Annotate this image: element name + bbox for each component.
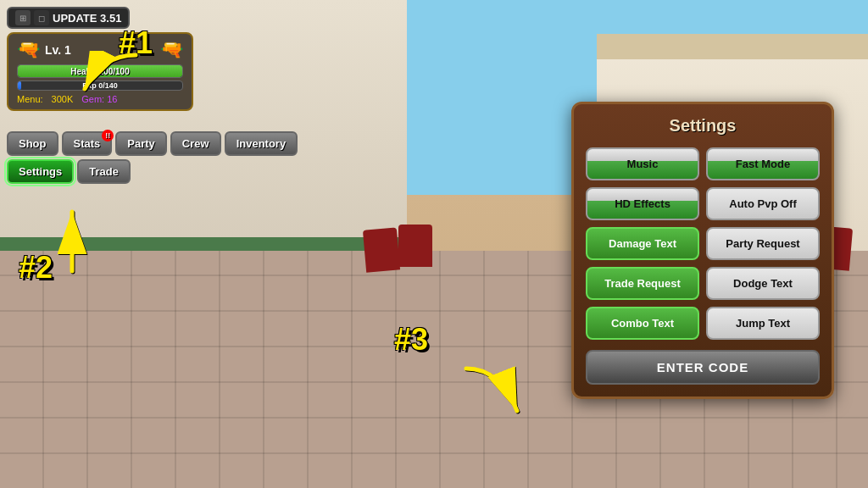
character-icon: 🔫 <box>160 39 183 61</box>
fast-mode-button[interactable]: Fast Mode <box>706 147 820 180</box>
icon-box-1: ⊞ <box>15 10 31 25</box>
stats-notif-badge: !! <box>102 130 114 141</box>
arrow-3 <box>458 364 526 424</box>
update-badge: ⊞ ◻ UPDATE 3.51 <box>7 7 130 29</box>
dodge-text-button[interactable]: Dodge Text <box>706 267 820 300</box>
trade-button[interactable]: Trade <box>77 159 131 184</box>
gun-icon: 🔫 <box>17 39 40 61</box>
exp-bar-fill <box>18 81 21 90</box>
arrow-2 <box>47 208 97 275</box>
nav-row-2: Settings Trade <box>7 159 298 184</box>
music-button[interactable]: Music <box>586 147 699 180</box>
settings-button[interactable]: Settings <box>7 159 74 184</box>
stats-button[interactable]: Stats !! <box>62 131 113 156</box>
enter-code-button[interactable]: ENTER CODE <box>586 350 820 385</box>
combo-text-button[interactable]: Combo Text <box>586 307 699 340</box>
trade-request-button[interactable]: Trade Request <box>586 267 699 300</box>
party-request-button[interactable]: Party Request <box>706 227 820 260</box>
crew-button[interactable]: Crew <box>170 131 221 156</box>
shop-button[interactable]: Shop <box>7 131 58 156</box>
settings-panel: Settings Music Fast Mode HD Effects Auto… <box>571 102 834 399</box>
nav-buttons: Shop Stats !! Party Crew Inventory Setti… <box>7 131 298 184</box>
settings-grid: Music Fast Mode HD Effects Auto Pvp Off … <box>586 147 820 340</box>
icon-box-2: ◻ <box>34 10 49 25</box>
nav-row-1: Shop Stats !! Party Crew Inventory <box>7 131 298 156</box>
chair-2 <box>398 225 432 267</box>
hd-effects-button[interactable]: HD Effects <box>586 187 699 220</box>
update-label: UPDATE 3.51 <box>53 12 121 25</box>
menu-label: Menu: <box>17 94 43 104</box>
chair-1 <box>363 227 400 272</box>
jump-text-button[interactable]: Jump Text <box>706 307 820 340</box>
auto-pvp-button[interactable]: Auto Pvp Off <box>706 187 820 220</box>
damage-text-button[interactable]: Damage Text <box>586 227 699 260</box>
level-text: Lv. 1 <box>45 43 71 57</box>
party-button[interactable]: Party <box>115 131 167 156</box>
settings-title: Settings <box>586 116 820 136</box>
annotation-3: #3 <box>394 322 428 358</box>
beli-value: 300K <box>52 94 74 104</box>
inventory-button[interactable]: Inventory <box>225 131 298 156</box>
arrow-1 <box>76 51 144 102</box>
